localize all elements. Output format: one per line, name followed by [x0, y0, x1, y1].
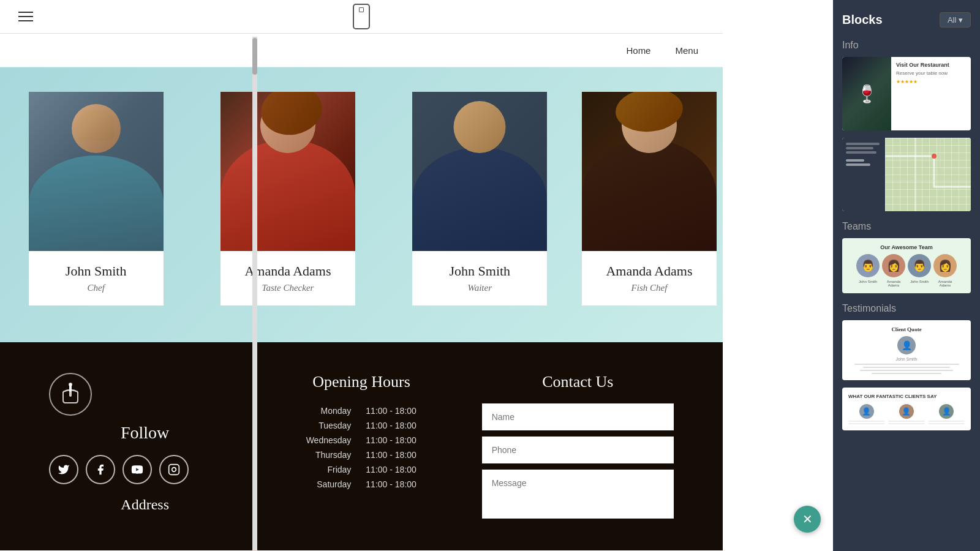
- map-line-3: [846, 151, 876, 154]
- test-line-3b: [929, 423, 965, 424]
- test-avatar-1: 👤: [859, 404, 874, 419]
- day-friday: Friday: [265, 462, 361, 477]
- test-mini-1: 👤: [848, 404, 884, 424]
- map-roads-svg: [885, 138, 971, 211]
- device-preview-icon[interactable]: [353, 4, 370, 29]
- mini-label-3: John Smith: [908, 280, 931, 287]
- mini-label-4: Amanda Adams: [933, 280, 957, 287]
- test-avatar-2: 👤: [899, 404, 914, 419]
- test-mini-3: 👤: [929, 404, 965, 424]
- testimonial-lines: [848, 364, 965, 374]
- contact-phone-input[interactable]: [482, 437, 674, 463]
- social-icons-row: [49, 455, 241, 484]
- hours-row-wednesday: Wednesday 11:00 - 18:00: [265, 433, 457, 448]
- right-panel: Blocks All ▾ Info 🍷 Visit Our Restaurant…: [833, 0, 980, 551]
- info-section-title: Info: [842, 40, 971, 51]
- team-name-3: John Smith: [421, 263, 538, 279]
- test-line-1b: [848, 423, 884, 424]
- top-toolbar: [0, 0, 723, 34]
- contact-name-input[interactable]: [482, 403, 674, 430]
- contact-message-input[interactable]: [482, 470, 674, 519]
- restaurant-logo: [49, 373, 92, 416]
- team-card-4: Amanda Adams Fish Chef: [576, 92, 723, 305]
- team-name-2: Amanda Adams: [230, 263, 346, 279]
- test-line-2b: [888, 423, 924, 424]
- quote-label: Client Quote: [848, 326, 965, 332]
- multi-test-row: 👤 👤 👤: [848, 404, 965, 424]
- time-wednesday: 11:00 - 18:00: [361, 433, 457, 448]
- scrollbar-thumb[interactable]: [252, 38, 257, 75]
- hours-row-thursday: Thursday 11:00 - 18:00: [265, 448, 457, 462]
- hours-row-monday: Monday 11:00 - 18:00: [265, 403, 457, 418]
- t-line-1: [854, 364, 959, 365]
- time-saturday: 11:00 - 18:00: [361, 477, 457, 492]
- svg-point-6: [932, 154, 937, 159]
- youtube-icon[interactable]: [123, 455, 152, 484]
- multi-testimonial-card[interactable]: WHAT OUR FANTASTIC CLIENTS SAY 👤 👤: [842, 388, 971, 430]
- team-photo-2: [221, 92, 355, 251]
- test-lines-1: [848, 421, 884, 424]
- all-filter-button[interactable]: All ▾: [940, 12, 971, 28]
- facebook-icon[interactable]: [86, 455, 115, 484]
- test-line-1a: [848, 421, 884, 422]
- map-line-2: [846, 147, 873, 149]
- team-role-4: Fish Chef: [591, 283, 707, 293]
- navigation-bar: Home Menu: [0, 34, 723, 67]
- scrollbar-track[interactable]: [252, 37, 257, 551]
- map-line-1: [846, 143, 880, 145]
- hours-table: Monday 11:00 - 18:00 Tuesday 11:00 - 18:…: [265, 403, 457, 492]
- team-card-2: Amanda Adams Taste Checker: [192, 92, 383, 305]
- day-monday: Monday: [265, 403, 361, 418]
- team-card-3: John Smith Waiter: [384, 92, 576, 305]
- twitter-icon[interactable]: [49, 455, 78, 484]
- team-role-3: Waiter: [421, 283, 538, 293]
- map-line-5: [846, 163, 870, 166]
- mini-label-1: John Smith: [856, 280, 880, 287]
- test-avatar-3: 👤: [939, 404, 954, 419]
- address-title: Address: [49, 497, 241, 513]
- test-line-3a: [929, 421, 965, 422]
- footer-hours-col: Opening Hours Monday 11:00 - 18:00 Tuesd…: [253, 373, 469, 492]
- teams-preview-title: Our Awesome Team: [848, 244, 965, 250]
- day-tuesday: Tuesday: [265, 418, 361, 433]
- mini-label-2: Amanda Adams: [882, 280, 905, 287]
- close-fab-button[interactable]: ✕: [794, 506, 821, 533]
- test-lines-3: [929, 421, 965, 424]
- mini-photo-4: 👩: [933, 254, 957, 277]
- team-info-2: Amanda Adams Taste Checker: [221, 251, 355, 305]
- testimonial-card-1[interactable]: Client Quote 👤 John Smith: [842, 320, 971, 380]
- card1-sub: Reserve your table now: [896, 70, 966, 77]
- card1-stars: ★★★★★: [896, 79, 966, 84]
- svg-point-2: [69, 383, 72, 386]
- nav-menu[interactable]: Menu: [675, 45, 698, 56]
- map-line-4: [846, 159, 864, 162]
- test-mini-2: 👤: [888, 404, 924, 424]
- testimonial-avatar: 👤: [897, 336, 916, 354]
- nav-home[interactable]: Home: [626, 45, 650, 56]
- mini-photo-2: 👩: [882, 254, 905, 277]
- time-friday: 11:00 - 18:00: [361, 462, 457, 477]
- teams-preview-card[interactable]: Our Awesome Team 👨 👩 👨 👩 John Smith Aman…: [842, 238, 971, 293]
- panel-info-card-1[interactable]: 🍷 Visit Our Restaurant Reserve your tabl…: [842, 57, 971, 130]
- hours-row-tuesday: Tuesday 11:00 - 18:00: [265, 418, 457, 433]
- team-info-1: John Smith Chef: [29, 251, 164, 305]
- day-thursday: Thursday: [265, 448, 361, 462]
- panel-header: Blocks All ▾: [842, 12, 971, 28]
- team-card-1: John Smith Chef: [0, 92, 192, 305]
- t-line-3: [860, 370, 953, 371]
- instagram-icon[interactable]: [159, 455, 189, 484]
- team-photo-3: [412, 92, 547, 251]
- mini-photo-1: 👨: [856, 254, 880, 277]
- day-saturday: Saturday: [265, 477, 361, 492]
- testimonial-name: John Smith: [848, 357, 965, 361]
- team-photo-4: [582, 92, 717, 251]
- contact-title: Contact Us: [482, 373, 674, 391]
- footer-follow-col: Follow Address: [37, 373, 253, 513]
- hamburger-menu[interactable]: [18, 12, 33, 21]
- panel-card-1-text: Visit Our Restaurant Reserve your table …: [891, 57, 971, 130]
- teams-section-title: Teams: [842, 221, 971, 232]
- panel-map-card[interactable]: [842, 138, 971, 211]
- t-line-2: [863, 367, 951, 368]
- day-wednesday: Wednesday: [265, 433, 361, 448]
- test-line-2a: [888, 421, 924, 422]
